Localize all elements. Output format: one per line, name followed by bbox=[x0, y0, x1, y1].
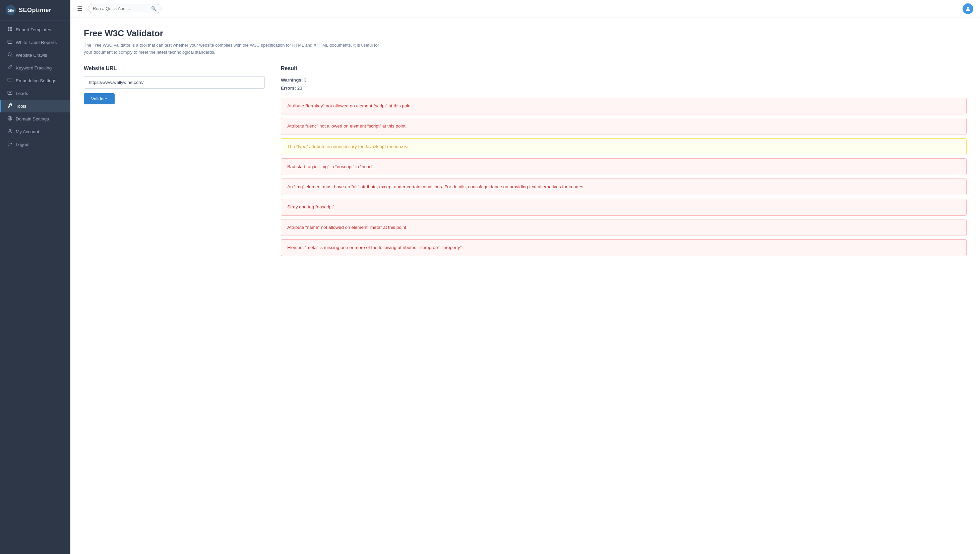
right-column: Result Warnings: 3 Errors: 23 Attribute … bbox=[281, 65, 967, 260]
sidebar-item-tools[interactable]: Tools bbox=[0, 100, 70, 112]
error-item: Element “meta” is missing one or more of… bbox=[281, 239, 967, 256]
content-area: Free W3C Validator The Free W3C Validato… bbox=[70, 18, 980, 554]
error-item: Attribute “name” not allowed on element … bbox=[281, 219, 967, 236]
svg-rect-10 bbox=[8, 78, 12, 81]
sidebar-item-domain-settings[interactable]: Domain Settings bbox=[0, 112, 70, 125]
svg-point-8 bbox=[8, 53, 11, 56]
error-item: Attribute “uenc” not allowed on element … bbox=[281, 118, 967, 134]
svg-rect-6 bbox=[8, 40, 12, 44]
logo-icon: SE bbox=[5, 5, 16, 16]
sidebar-item-logout[interactable]: Logout bbox=[0, 138, 70, 151]
keyword-icon bbox=[7, 65, 13, 71]
embedding-icon bbox=[7, 78, 13, 83]
warnings-label: Warnings: bbox=[281, 78, 303, 83]
sidebar-label-embedding: Embedding Settings bbox=[16, 78, 56, 83]
error-item: The “type” attribute is unnecessary for … bbox=[281, 138, 967, 155]
error-item: Attribute “formkey” not allowed on eleme… bbox=[281, 97, 967, 115]
topbar: ☰ 🔍 bbox=[70, 0, 980, 18]
domain-icon bbox=[7, 116, 13, 122]
sidebar-nav: Report Templates White Label Reports Web… bbox=[0, 21, 70, 554]
hamburger-icon[interactable]: ☰ bbox=[77, 5, 83, 13]
sidebar-item-keyword-tracking[interactable]: Keyword Tracking bbox=[0, 61, 70, 74]
sidebar-item-leads[interactable]: Leads bbox=[0, 87, 70, 100]
sidebar-item-website-crawls[interactable]: Website Crawls bbox=[0, 49, 70, 61]
sidebar-label-domain: Domain Settings bbox=[16, 117, 49, 121]
sidebar-item-white-label-reports[interactable]: White Label Reports bbox=[0, 36, 70, 49]
page-description: The Free W3C Validator is a tool that ca… bbox=[84, 42, 385, 56]
result-stats: Warnings: 3 Errors: 23 bbox=[281, 76, 967, 93]
svg-rect-5 bbox=[10, 30, 11, 31]
warnings-count: 3 bbox=[304, 78, 307, 83]
user-avatar[interactable] bbox=[963, 3, 973, 14]
errors-label: Errors: bbox=[281, 86, 296, 91]
crawls-icon bbox=[7, 52, 13, 58]
sidebar-item-embedding-settings[interactable]: Embedding Settings bbox=[0, 74, 70, 87]
logout-icon bbox=[7, 141, 13, 147]
svg-line-9 bbox=[11, 55, 12, 56]
sidebar-item-report-templates[interactable]: Report Templates bbox=[0, 23, 70, 36]
sidebar-label-report-templates: Report Templates bbox=[16, 27, 51, 32]
topbar-right bbox=[963, 3, 973, 14]
sidebar-label-logout: Logout bbox=[16, 142, 30, 147]
result-section-label: Result bbox=[281, 65, 967, 72]
sidebar-logo: SE SEOptimer bbox=[0, 0, 70, 21]
validate-button[interactable]: Validate bbox=[84, 93, 115, 104]
svg-rect-4 bbox=[8, 30, 9, 31]
logo-text: SEOptimer bbox=[19, 7, 52, 14]
report-templates-icon bbox=[7, 27, 13, 32]
search-bar[interactable]: 🔍 bbox=[88, 4, 162, 13]
url-input[interactable] bbox=[84, 76, 265, 89]
svg-point-17 bbox=[967, 7, 969, 9]
search-icon: 🔍 bbox=[151, 6, 156, 11]
topbar-left: ☰ 🔍 bbox=[77, 4, 162, 13]
left-column: Website URL Validate bbox=[84, 65, 265, 104]
sidebar-label-white-label: White Label Reports bbox=[16, 40, 57, 45]
error-item: Bad start tag in “img” in “noscript” in … bbox=[281, 158, 967, 175]
svg-rect-3 bbox=[10, 27, 11, 29]
tools-icon bbox=[7, 103, 13, 109]
sidebar-label-keyword-tracking: Keyword Tracking bbox=[16, 65, 52, 70]
sidebar-label-account: My Account bbox=[16, 129, 39, 134]
account-icon bbox=[7, 129, 13, 134]
search-input[interactable] bbox=[93, 6, 148, 11]
url-section-label: Website URL bbox=[84, 65, 265, 72]
svg-text:SE: SE bbox=[8, 8, 14, 13]
page-title: Free W3C Validator bbox=[84, 28, 967, 38]
leads-icon bbox=[7, 90, 13, 96]
sidebar-label-website-crawls: Website Crawls bbox=[16, 53, 47, 58]
warnings-stat: Warnings: 3 bbox=[281, 76, 967, 84]
errors-stat: Errors: 23 bbox=[281, 84, 967, 92]
white-label-icon bbox=[7, 39, 13, 45]
errors-list: Attribute “formkey” not allowed on eleme… bbox=[281, 97, 967, 256]
svg-point-15 bbox=[9, 129, 11, 131]
sidebar: SE SEOptimer Report Templates White Labe… bbox=[0, 0, 70, 554]
error-item: Stray end tag “noscript”. bbox=[281, 199, 967, 216]
sidebar-label-tools: Tools bbox=[16, 104, 27, 109]
main-area: ☰ 🔍 Free W3C Validator The Free W3C Vali… bbox=[70, 0, 980, 554]
sidebar-item-my-account[interactable]: My Account bbox=[0, 125, 70, 138]
two-column-layout: Website URL Validate Result Warnings: 3 … bbox=[84, 65, 967, 260]
error-item: An “img” element must have an “alt” attr… bbox=[281, 179, 967, 195]
sidebar-label-leads: Leads bbox=[16, 91, 28, 96]
svg-rect-2 bbox=[8, 27, 9, 29]
errors-count: 23 bbox=[297, 86, 302, 91]
